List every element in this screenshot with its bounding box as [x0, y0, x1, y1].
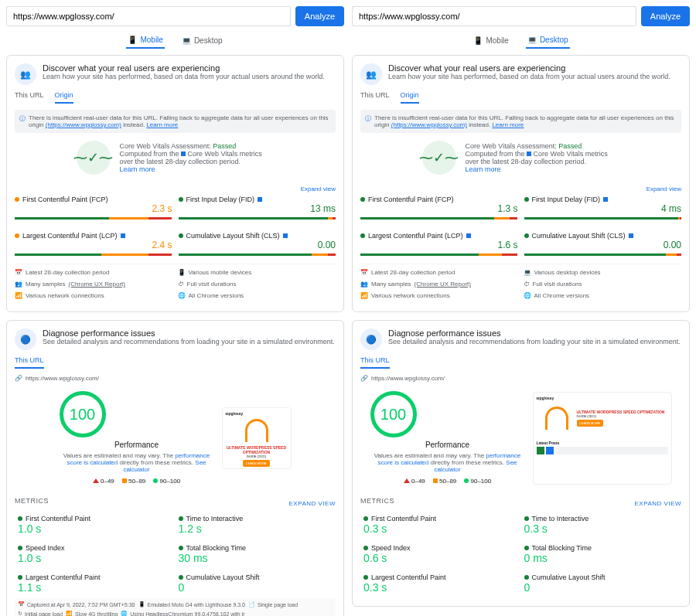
tab-mobile[interactable]: 📱Mobile: [472, 32, 510, 49]
lab-metric: Time to Interactive 0.3 s: [521, 510, 682, 539]
page-screenshot: wpglossy ULTIMATE WORDPRESS SPEED OPTIMI…: [533, 392, 672, 485]
lab-metric: Speed Index 0.6 s: [360, 539, 521, 569]
diag-subtab-this-url[interactable]: This URL: [360, 356, 390, 369]
field-metric: Cumulative Layout Shift (CLS) 0.00: [179, 229, 336, 259]
expand-field-data[interactable]: Expand view: [360, 185, 681, 192]
discover-subtitle: Learn how your site has performed, based…: [43, 73, 325, 80]
discover-panel: 👥 Discover what your real users are expe…: [6, 55, 344, 312]
lab-metric: Cumulative Layout Shift 0: [176, 569, 336, 598]
field-metric: Cumulative Layout Shift (CLS) 0.00: [524, 229, 682, 259]
detail-period: 📅 Latest 28-day collection period: [15, 269, 173, 276]
lab-metric: Time to Interactive 1.2 s: [176, 510, 336, 539]
diagnose-panel: 🔵 Diagnose performance issues See detail…: [6, 320, 344, 616]
users-icon: 👥: [360, 63, 382, 85]
lab-metric: First Contentful Paint 1.0 s: [15, 510, 176, 539]
origin-link[interactable]: (https://www.wpglossy.com): [391, 121, 467, 128]
lab-metric: Speed Index 1.0 s: [15, 539, 176, 569]
users-icon: 👥: [15, 63, 36, 85]
discover-subtitle: Learn how your site has performed, based…: [388, 73, 670, 80]
performance-score: 100: [370, 391, 417, 437]
pulse-icon: ⁓✓⁓: [422, 141, 456, 175]
cwv-learn-more[interactable]: Learn more: [466, 165, 620, 173]
tab-desktop[interactable]: 💻Desktop: [526, 32, 570, 49]
info-icon: ⓘ: [365, 114, 371, 128]
detail-visit: ⏱ Full visit durations: [524, 281, 682, 288]
discover-title: Discover what your real users are experi…: [388, 63, 670, 73]
desktop-icon: 💻: [527, 36, 537, 44]
diagnose-panel: 🔵 Diagnose performance issues See detail…: [352, 320, 690, 607]
crux-link[interactable]: (Chrome UX Report): [415, 281, 471, 288]
detail-chrome: 🌐 All Chrome versions: [178, 292, 336, 299]
learn-more-link[interactable]: Learn more: [492, 121, 524, 128]
page-screenshot: wpglossy ULTIMATE WORDPRESS SPEED OPTIMI…: [222, 407, 292, 469]
expand-lab-metrics[interactable]: Expand view: [635, 500, 681, 507]
subtab-this-url[interactable]: This URL: [15, 91, 44, 104]
url-input[interactable]: [352, 6, 636, 26]
crux-link[interactable]: (Chrome UX Report): [69, 281, 125, 288]
detail-samples: 👥 Many samples (Chrome UX Report): [15, 281, 173, 288]
pulse-icon: ⁓✓⁓: [77, 141, 111, 175]
detail-period: 📅 Latest 28-day collection period: [360, 269, 519, 276]
lab-metric: Cumulative Layout Shift 0: [521, 569, 682, 598]
tab-desktop[interactable]: 💻Desktop: [180, 32, 224, 49]
subtab-origin[interactable]: Origin: [401, 91, 419, 104]
performance-score: 100: [60, 391, 106, 437]
lab-metric: Total Blocking Time 30 ms: [176, 539, 336, 569]
field-metric: First Input Delay (FID) 13 ms: [179, 192, 336, 223]
lab-metric: First Contentful Paint 0.3 s: [360, 510, 521, 539]
detail-visit: ⏱ Full visit durations: [178, 281, 336, 288]
field-metric: First Input Delay (FID) 4 ms: [524, 192, 682, 223]
detail-devices: 📱 Various mobile devices: [178, 269, 336, 276]
detail-samples: 👥 Many samples (Chrome UX Report): [360, 281, 519, 288]
url-input[interactable]: [6, 6, 291, 26]
tested-url: 🔗 https://www.wpglossy.com/: [360, 375, 681, 382]
analyze-button[interactable]: Analyze: [295, 6, 344, 26]
lab-metric: Largest Contentful Paint 1.1 s: [15, 569, 176, 598]
gauge-icon: 🔵: [360, 328, 382, 350]
subtab-origin[interactable]: Origin: [55, 91, 73, 104]
subtab-this-url[interactable]: This URL: [360, 91, 390, 104]
learn-more-link[interactable]: Learn more: [146, 121, 178, 128]
expand-field-data[interactable]: Expand view: [15, 185, 336, 192]
detail-network: 📶 Various network connections: [360, 292, 519, 299]
analyze-button[interactable]: Analyze: [641, 6, 690, 26]
insufficient-data-notice: ⓘ There is insufficient real-user data f…: [360, 110, 681, 133]
tested-url: 🔗 https://www.wpglossy.com/: [15, 375, 336, 382]
expand-lab-metrics[interactable]: Expand view: [289, 500, 336, 507]
field-metric: Largest Contentful Paint (LCP) 2.4 s: [15, 229, 172, 259]
desktop-icon: 💻: [182, 36, 191, 45]
lab-metric: Total Blocking Time 0 ms: [521, 539, 682, 569]
lab-metric: Largest Contentful Paint 0.3 s: [360, 569, 521, 598]
detail-chrome: 🌐 All Chrome versions: [524, 292, 682, 299]
field-metric: First Contentful Paint (FCP) 2.3 s: [15, 192, 172, 223]
discover-panel: 👥 Discover what your real users are expe…: [352, 55, 690, 312]
field-metric: Largest Contentful Paint (LCP) 1.6 s: [360, 229, 518, 259]
info-icon: ⓘ: [19, 114, 26, 128]
mobile-icon: 📱: [128, 36, 137, 44]
capture-info: 📅 Captured at Apr 9, 2022, 7:52 PM GMT+5…: [15, 598, 336, 616]
origin-link[interactable]: (https://www.wpglossy.com): [46, 121, 121, 128]
cwv-learn-more[interactable]: Learn more: [120, 165, 275, 173]
field-metric: First Contentful Paint (FCP) 1.3 s: [360, 192, 518, 223]
discover-title: Discover what your real users are experi…: [43, 63, 325, 73]
detail-network: 📶 Various network connections: [15, 292, 173, 299]
diag-subtab-this-url[interactable]: This URL: [15, 356, 44, 369]
mobile-icon: 📱: [473, 36, 483, 45]
gauge-icon: 🔵: [15, 328, 36, 350]
detail-devices: 💻 Various desktop devices: [524, 269, 682, 276]
tab-mobile[interactable]: 📱Mobile: [126, 32, 164, 49]
insufficient-data-notice: ⓘ There is insufficient real-user data f…: [15, 110, 336, 133]
